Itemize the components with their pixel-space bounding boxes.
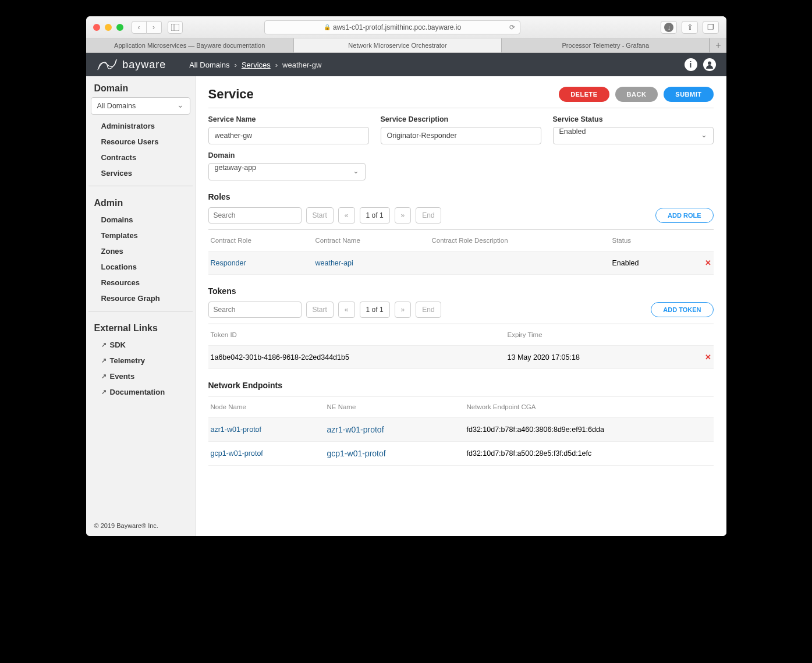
action-buttons: DELETE BACK SUBMIT bbox=[559, 87, 713, 102]
close-window-button[interactable] bbox=[93, 24, 100, 31]
form-row-1: Service Name Service Description Service… bbox=[208, 115, 714, 144]
domain-select[interactable]: All Domains bbox=[91, 97, 190, 115]
ne-link[interactable]: azr1-w01-protof bbox=[327, 425, 467, 434]
field-service-description: Service Description bbox=[381, 115, 541, 144]
app-root: bayware All Domains › Services › weather… bbox=[86, 53, 726, 536]
endpoints-row: gcp1-w01-protof gcp1-w01-protof fd32:10d… bbox=[208, 442, 714, 466]
tabs-button[interactable]: ❐ bbox=[703, 21, 719, 34]
label-service-description: Service Description bbox=[381, 115, 541, 123]
tab-orchestrator[interactable]: Network Microservice Orchestrator bbox=[294, 38, 502, 52]
sidebar-item-administrators[interactable]: Administrators bbox=[86, 118, 195, 134]
sidebar-item-resources[interactable]: Resources bbox=[86, 275, 195, 290]
col-cga: Network Endpoint CGA bbox=[467, 403, 711, 410]
col-ne-name: NE Name bbox=[327, 403, 467, 410]
tokens-start-button[interactable]: Start bbox=[306, 302, 334, 318]
tokens-next-button[interactable]: » bbox=[395, 302, 412, 318]
sidebar-ext-title: External Links bbox=[86, 316, 195, 337]
tokens-end-button[interactable]: End bbox=[416, 302, 441, 318]
ext-link-sdk[interactable]: ↗SDK bbox=[86, 337, 195, 353]
roles-row: Responder weather-api Enabled ✕ bbox=[208, 251, 714, 275]
col-status: Status bbox=[612, 237, 694, 244]
role-delete-icon[interactable]: ✕ bbox=[694, 258, 711, 267]
breadcrumb-current: weather-gw bbox=[282, 61, 321, 69]
external-link-icon: ↗ bbox=[101, 388, 107, 396]
select-domain[interactable]: getaway-app bbox=[208, 163, 366, 180]
delete-button[interactable]: DELETE bbox=[559, 87, 609, 102]
submit-button[interactable]: SUBMIT bbox=[664, 87, 713, 102]
add-role-button[interactable]: ADD ROLE bbox=[655, 208, 713, 223]
node-link[interactable]: azr1-w01-protof bbox=[211, 426, 327, 434]
reload-icon[interactable]: ⟳ bbox=[509, 23, 515, 31]
sidebar-item-resource-graph[interactable]: Resource Graph bbox=[86, 290, 195, 306]
col-contract-role: Contract Role bbox=[211, 237, 315, 244]
roles-end-button[interactable]: End bbox=[416, 207, 441, 224]
ext-link-telemetry[interactable]: ↗Telemetry bbox=[86, 353, 195, 368]
maximize-window-button[interactable] bbox=[116, 24, 123, 31]
breadcrumb-all-domains[interactable]: All Domains bbox=[189, 61, 229, 69]
sidebar-divider-2 bbox=[88, 311, 193, 311]
tab-docs[interactable]: Application Microservices — Bayware docu… bbox=[86, 38, 294, 52]
sidebar-item-locations[interactable]: Locations bbox=[86, 259, 195, 275]
roles-start-button[interactable]: Start bbox=[306, 207, 334, 224]
endpoints-table: Node Name NE Name Network Endpoint CGA a… bbox=[208, 396, 714, 466]
sidebar-toggle-button[interactable] bbox=[168, 21, 183, 34]
input-service-description[interactable] bbox=[381, 127, 541, 144]
url-text: aws1-c01-protof.jsmithinc.poc.bayware.io bbox=[333, 23, 461, 31]
tokens-controls: Start « 1 of 1 » End ADD TOKEN bbox=[208, 302, 714, 318]
sidebar-admin-title: Admin bbox=[86, 191, 195, 212]
add-token-button[interactable]: ADD TOKEN bbox=[651, 302, 713, 317]
sidebar: Domain All Domains Administrators Resour… bbox=[86, 76, 196, 536]
browser-window: ‹ › 🔒 aws1-c01-protof.jsmithinc.poc.bayw… bbox=[86, 16, 726, 536]
info-icon[interactable]: i bbox=[685, 58, 697, 71]
token-delete-icon[interactable]: ✕ bbox=[694, 353, 711, 361]
app-body: Domain All Domains Administrators Resour… bbox=[86, 76, 726, 536]
sidebar-item-resource-users[interactable]: Resource Users bbox=[86, 134, 195, 150]
ext-link-documentation[interactable]: ↗Documentation bbox=[86, 384, 195, 400]
app-header: bayware All Domains › Services › weather… bbox=[86, 53, 726, 76]
col-contract-name: Contract Name bbox=[315, 237, 432, 244]
sidebar-footer: © 2019 Bayware® Inc. bbox=[86, 515, 195, 536]
tokens-page-info: 1 of 1 bbox=[360, 302, 390, 318]
new-tab-button[interactable]: + bbox=[710, 38, 726, 52]
nav-buttons: ‹ › bbox=[132, 21, 162, 34]
roles-controls: Start « 1 of 1 » End ADD ROLE bbox=[208, 207, 714, 224]
col-contract-desc: Contract Role Description bbox=[432, 237, 612, 244]
select-service-status[interactable]: Enabled bbox=[553, 127, 714, 144]
sidebar-item-zones[interactable]: Zones bbox=[86, 243, 195, 259]
user-icon[interactable] bbox=[703, 58, 716, 71]
ext-link-events[interactable]: ↗Events bbox=[86, 368, 195, 384]
sidebar-item-contracts[interactable]: Contracts bbox=[86, 150, 195, 165]
tab-grafana[interactable]: Processor Telemetry - Grafana bbox=[502, 38, 710, 52]
lock-icon: 🔒 bbox=[324, 24, 331, 30]
roles-search-input[interactable] bbox=[208, 207, 302, 224]
nav-back-button[interactable]: ‹ bbox=[132, 21, 147, 34]
endpoints-row: azr1-w01-protof azr1-w01-protof fd32:10d… bbox=[208, 418, 714, 442]
tokens-search-input[interactable] bbox=[208, 302, 302, 318]
sidebar-divider bbox=[88, 186, 193, 186]
nav-forward-button[interactable]: › bbox=[147, 21, 162, 34]
tokens-prev-button[interactable]: « bbox=[338, 302, 355, 318]
roles-next-button[interactable]: » bbox=[395, 207, 412, 224]
sidebar-item-services[interactable]: Services bbox=[86, 165, 195, 181]
node-link[interactable]: gcp1-w01-protof bbox=[211, 449, 327, 458]
field-service-name: Service Name bbox=[208, 115, 369, 144]
sidebar-item-domains[interactable]: Domains bbox=[86, 212, 195, 228]
input-service-name[interactable] bbox=[208, 127, 369, 144]
label-service-status: Service Status bbox=[553, 115, 714, 123]
sidebar-item-templates[interactable]: Templates bbox=[86, 228, 195, 243]
contract-name-link[interactable]: weather-api bbox=[315, 259, 432, 267]
roles-table: Contract Role Contract Name Contract Rol… bbox=[208, 229, 714, 275]
ne-link[interactable]: gcp1-w01-protof bbox=[327, 449, 467, 458]
brand-logo[interactable]: bayware bbox=[97, 58, 166, 71]
endpoints-title: Network Endpoints bbox=[208, 381, 714, 390]
back-button[interactable]: BACK bbox=[615, 87, 658, 102]
form-row-2: Domain getaway-app bbox=[208, 151, 714, 180]
download-button[interactable]: ↓ bbox=[661, 21, 677, 34]
col-expiry: Expiry Time bbox=[508, 331, 694, 338]
url-bar[interactable]: 🔒 aws1-c01-protof.jsmithinc.poc.bayware.… bbox=[264, 20, 520, 34]
breadcrumb-services[interactable]: Services bbox=[242, 61, 271, 69]
minimize-window-button[interactable] bbox=[105, 24, 112, 31]
share-button[interactable]: ⇧ bbox=[682, 21, 698, 34]
role-link[interactable]: Responder bbox=[211, 259, 315, 267]
roles-prev-button[interactable]: « bbox=[338, 207, 355, 224]
